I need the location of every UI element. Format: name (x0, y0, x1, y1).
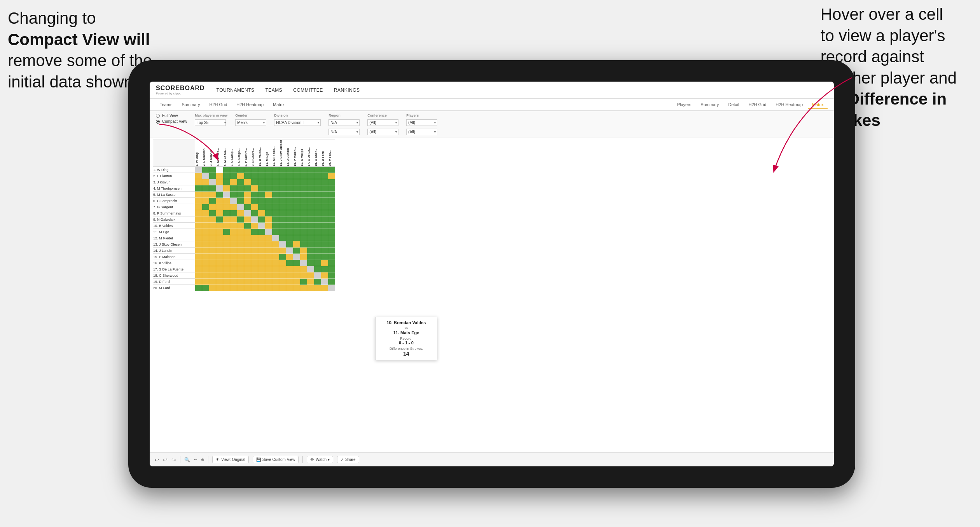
matrix-cell[interactable] (195, 235, 202, 241)
matrix-cell[interactable] (272, 241, 279, 248)
matrix-cell[interactable] (216, 248, 223, 254)
matrix-cell[interactable] (202, 192, 209, 198)
matrix-cell[interactable] (293, 210, 300, 216)
matrix-cell[interactable] (237, 198, 244, 204)
matrix-cell[interactable] (307, 185, 314, 192)
matrix-cell[interactable] (216, 266, 223, 272)
matrix-cell[interactable] (209, 248, 216, 254)
matrix-cell[interactable] (195, 210, 202, 216)
region-select-2[interactable]: N/A (328, 129, 360, 135)
matrix-cell[interactable] (216, 235, 223, 241)
matrix-cell[interactable] (314, 260, 321, 266)
matrix-cell[interactable] (244, 229, 251, 235)
matrix-cell[interactable] (223, 279, 230, 285)
matrix-cell[interactable] (307, 254, 314, 260)
matrix-cell[interactable] (209, 167, 216, 173)
matrix-cell[interactable] (265, 198, 272, 204)
matrix-cell[interactable] (251, 198, 258, 204)
matrix-cell[interactable] (272, 185, 279, 192)
matrix-cell[interactable] (223, 235, 230, 241)
matrix-cell[interactable] (195, 254, 202, 260)
matrix-cell[interactable] (216, 241, 223, 248)
matrix-cell[interactable] (195, 185, 202, 192)
matrix-cell[interactable] (258, 179, 265, 185)
matrix-cell[interactable] (202, 223, 209, 229)
matrix-cell[interactable] (328, 272, 335, 279)
matrix-cell[interactable] (286, 248, 293, 254)
matrix-cell[interactable] (258, 260, 265, 266)
matrix-cell[interactable] (265, 192, 272, 198)
matrix-cell[interactable] (300, 272, 307, 279)
matrix-cell[interactable] (258, 229, 265, 235)
nav-teams[interactable]: TEAMS (266, 87, 283, 93)
matrix-cell[interactable] (265, 173, 272, 179)
matrix-cell[interactable] (307, 272, 314, 279)
matrix-cell[interactable] (300, 192, 307, 198)
matrix-cell[interactable] (314, 185, 321, 192)
matrix-cell[interactable] (321, 260, 328, 266)
matrix-cell[interactable] (293, 279, 300, 285)
matrix-cell[interactable] (321, 223, 328, 229)
matrix-cell[interactable] (265, 229, 272, 235)
matrix-cell[interactable] (223, 254, 230, 260)
matrix-cell[interactable] (293, 229, 300, 235)
matrix-cell[interactable] (216, 173, 223, 179)
matrix-cell[interactable] (202, 216, 209, 223)
matrix-cell[interactable] (314, 285, 321, 291)
matrix-cell[interactable] (244, 167, 251, 173)
matrix-cell[interactable] (251, 204, 258, 210)
matrix-cell[interactable] (321, 235, 328, 241)
matrix-cell[interactable] (209, 223, 216, 229)
matrix-cell[interactable] (265, 167, 272, 173)
matrix-cell[interactable] (209, 272, 216, 279)
matrix-cell[interactable] (321, 266, 328, 272)
matrix-cell[interactable] (230, 266, 237, 272)
matrix-cell[interactable] (293, 204, 300, 210)
matrix-cell[interactable] (300, 185, 307, 192)
matrix-cell[interactable] (328, 285, 335, 291)
matrix-cell[interactable] (244, 192, 251, 198)
matrix-cell[interactable] (209, 198, 216, 204)
matrix-cell[interactable] (286, 185, 293, 192)
matrix-cell[interactable] (307, 235, 314, 241)
matrix-cell[interactable] (223, 173, 230, 179)
matrix-cell[interactable] (279, 204, 286, 210)
matrix-cell[interactable] (251, 210, 258, 216)
matrix-cell[interactable] (321, 216, 328, 223)
matrix-cell[interactable] (293, 179, 300, 185)
matrix-cell[interactable] (244, 179, 251, 185)
matrix-cell[interactable] (202, 279, 209, 285)
matrix-cell[interactable] (251, 266, 258, 272)
matrix-cell[interactable] (307, 192, 314, 198)
matrix-cell[interactable] (244, 254, 251, 260)
matrix-cell[interactable] (328, 248, 335, 254)
matrix-cell[interactable] (230, 260, 237, 266)
matrix-cell[interactable] (321, 248, 328, 254)
matrix-cell[interactable] (209, 285, 216, 291)
matrix-cell[interactable] (202, 204, 209, 210)
matrix-cell[interactable] (237, 266, 244, 272)
matrix-cell[interactable] (195, 279, 202, 285)
matrix-cell[interactable] (279, 248, 286, 254)
matrix-cell[interactable] (230, 229, 237, 235)
matrix-cell[interactable] (230, 241, 237, 248)
matrix-cell[interactable] (293, 223, 300, 229)
matrix-cell[interactable] (321, 272, 328, 279)
matrix-cell[interactable] (251, 254, 258, 260)
matrix-cell[interactable] (314, 248, 321, 254)
matrix-cell[interactable] (300, 235, 307, 241)
matrix-cell[interactable] (209, 204, 216, 210)
matrix-cell[interactable] (202, 185, 209, 192)
matrix-cell[interactable] (265, 204, 272, 210)
matrix-cell[interactable] (307, 229, 314, 235)
matrix-cell[interactable] (328, 260, 335, 266)
matrix-cell[interactable] (279, 266, 286, 272)
matrix-cell[interactable] (300, 266, 307, 272)
matrix-cell[interactable] (237, 210, 244, 216)
matrix-cell[interactable] (195, 179, 202, 185)
matrix-cell[interactable] (300, 223, 307, 229)
matrix-cell[interactable] (272, 204, 279, 210)
matrix-cell[interactable] (328, 185, 335, 192)
matrix-cell[interactable] (216, 179, 223, 185)
matrix-cell[interactable] (258, 248, 265, 254)
